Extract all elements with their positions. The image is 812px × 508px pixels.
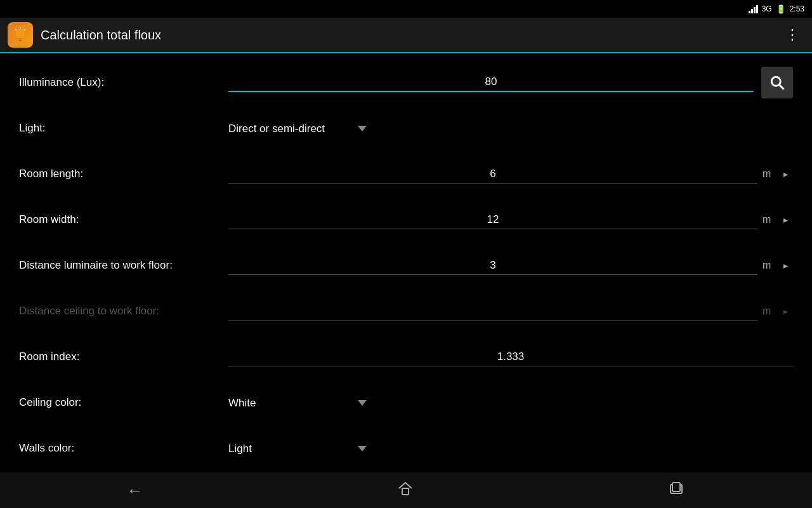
ceiling-color-label: Ceiling color: [19,396,228,409]
network-type: 3G [762,4,772,13]
illuminance-input-wrap [228,73,754,92]
svg-line-4 [24,29,25,30]
back-button[interactable]: ← [127,481,143,500]
bottom-nav: ← [0,472,812,508]
distance-luminaire-input-wrap [228,257,757,275]
light-dropdown[interactable]: Direct or semi-direct Indirect Direct Se… [228,123,368,135]
light-label: Light: [19,122,228,135]
ceiling-color-dropdown[interactable]: White Light Medium Dark [228,397,368,409]
illuminance-input[interactable] [228,73,754,92]
distance-luminaire-input[interactable] [228,257,757,275]
distance-ceiling-stepper[interactable]: ▸ [778,304,793,319]
svg-rect-1 [18,38,22,40]
svg-rect-10 [672,483,680,491]
room-index-row: Room index: [19,340,793,373]
home-icon [396,479,414,497]
room-index-input-wrap [228,348,793,366]
distance-ceiling-input[interactable] [228,302,757,321]
app-title: Calculation total floux [41,28,773,43]
search-icon [768,74,786,91]
recent-icon [667,479,685,497]
room-length-unit: m [763,168,775,180]
recent-button[interactable] [667,479,685,502]
room-width-label: Room width: [19,213,228,226]
battery-icon: 🔋 [776,4,786,14]
status-icons: 3G 🔋 2:53 [749,4,804,14]
distance-luminaire-stepper[interactable]: ▸ [778,258,793,273]
svg-line-7 [780,85,784,90]
distance-ceiling-unit: m [763,305,775,317]
room-length-stepper[interactable]: ▸ [778,166,793,182]
light-dropdown-wrap: Direct or semi-direct Indirect Direct Se… [228,123,367,135]
room-length-row: Room length: m ▸ [19,157,793,190]
room-index-label: Room index: [19,351,228,363]
home-button[interactable] [396,479,414,501]
lightbulb-icon [11,26,29,44]
room-width-input[interactable] [228,211,757,229]
distance-luminaire-unit: m [763,260,775,271]
ceiling-color-row: Ceiling color: White Light Medium Dark [19,386,793,419]
status-bar: 3G 🔋 2:53 [0,0,812,18]
distance-luminaire-label: Distance luminaire to work floor: [19,259,228,272]
svg-line-5 [15,29,16,30]
illuminance-label: Illuminance (Lux): [19,76,228,89]
distance-ceiling-row: Distance ceiling to work floor: m ▸ [19,295,793,328]
room-length-input[interactable] [228,165,757,184]
walls-color-dropdown[interactable]: Light White Medium Dark [228,443,368,455]
distance-luminaire-row: Distance luminaire to work floor: m ▸ [19,249,793,282]
ceiling-color-dropdown-wrap: White Light Medium Dark [228,397,367,409]
walls-color-dropdown-wrap: Light White Medium Dark [228,443,367,455]
light-row: Light: Direct or semi-direct Indirect Di… [19,112,793,145]
app-bar: Calculation total floux ⋮ [0,18,812,53]
room-width-input-wrap [228,211,757,229]
room-index-input[interactable] [228,348,793,366]
search-button[interactable] [761,67,793,98]
svg-point-0 [16,29,25,39]
menu-button[interactable]: ⋮ [780,22,804,48]
illuminance-row: Illuminance (Lux): [19,66,793,99]
room-length-label: Room length: [19,168,228,180]
signal-bars [749,4,758,13]
room-width-row: Room width: m ▸ [19,203,793,236]
walls-color-row: Walls color: Light White Medium Dark [19,432,793,465]
main-content: Illuminance (Lux): Light: Direct or semi… [0,53,812,472]
svg-rect-8 [402,488,409,495]
walls-color-label: Walls color: [19,442,228,455]
svg-point-6 [771,77,780,86]
svg-rect-2 [19,40,22,41]
room-width-unit: m [763,214,775,225]
room-length-input-wrap [228,165,757,184]
distance-ceiling-label: Distance ceiling to work floor: [19,305,228,318]
distance-ceiling-input-wrap [228,302,757,321]
time-display: 2:53 [790,4,804,13]
app-icon [8,22,33,48]
room-width-stepper[interactable]: ▸ [778,212,793,227]
